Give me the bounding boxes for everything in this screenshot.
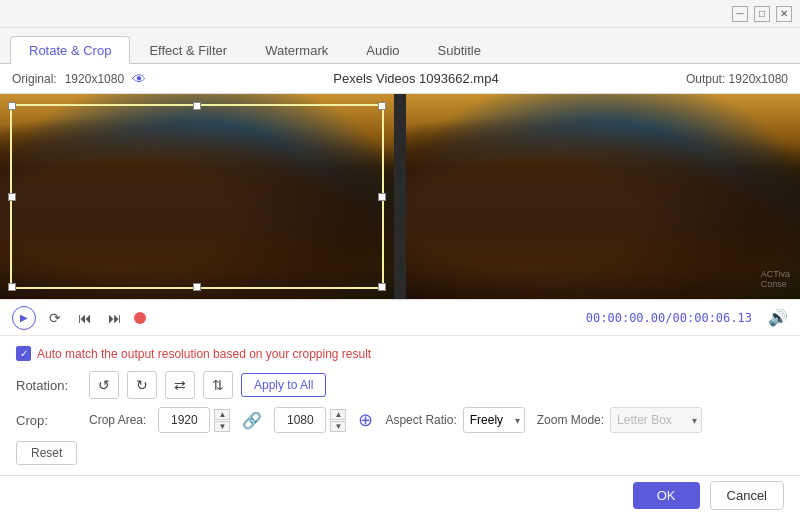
crop-width-input[interactable] [158, 407, 210, 433]
eye-icon[interactable]: 👁 [132, 71, 146, 87]
crop-height-down[interactable]: ▼ [330, 421, 346, 432]
link-dimensions-icon[interactable]: 🔗 [242, 411, 262, 430]
rotate-left-icon: ↺ [98, 377, 110, 393]
zoom-mode-group: Zoom Mode: Letter Box Pan & Scan Full [537, 407, 702, 433]
record-button[interactable] [134, 312, 146, 324]
video-info-left: Original: 1920x1080 👁 [12, 71, 146, 87]
video-output: Output: 1920x1080 [686, 72, 788, 86]
scene-overlay-right [406, 94, 800, 299]
rotate-left-button[interactable]: ↺ [89, 371, 119, 399]
watermark-text: ACTivaConse [761, 269, 790, 289]
flip-horizontal-button[interactable]: ⇄ [165, 371, 195, 399]
original-resolution: 1920x1080 [65, 72, 124, 86]
tab-watermark[interactable]: Watermark [246, 36, 347, 64]
aspect-ratio-label: Aspect Ratio: [385, 413, 456, 427]
crop-label: Crop: [16, 413, 81, 428]
reset-row: Reset [16, 441, 784, 465]
crop-area-label: Crop Area: [89, 413, 146, 427]
crop-handle-tl[interactable] [8, 102, 16, 110]
original-label: Original: [12, 72, 57, 86]
crop-width-spinners: ▲ ▼ [214, 409, 230, 432]
tab-rotate-crop[interactable]: Rotate & Crop [10, 36, 130, 64]
crop-handle-ml[interactable] [8, 193, 16, 201]
loop-button[interactable]: ⟳ [44, 307, 66, 329]
zoom-mode-select-wrapper: Letter Box Pan & Scan Full [610, 407, 702, 433]
time-current: 00:00:00.00 [586, 311, 665, 325]
title-bar-buttons: ─ □ ✕ [732, 6, 792, 22]
crop-handle-bl[interactable] [8, 283, 16, 291]
next-icon: ⏭ [108, 310, 122, 326]
output-label: Output: [686, 72, 725, 86]
volume-button[interactable]: 🔊 [768, 308, 788, 327]
crop-controls: Crop Area: ▲ ▼ 🔗 ▲ ▼ ⊕ Aspect Ratio: [89, 407, 702, 433]
bottom-bar: OK Cancel [0, 475, 800, 515]
tab-audio[interactable]: Audio [347, 36, 418, 64]
tabs-bar: Rotate & Crop Effect & Filter Watermark … [0, 28, 800, 64]
crop-height-group: ▲ ▼ [274, 407, 346, 433]
crop-height-up[interactable]: ▲ [330, 409, 346, 420]
tab-effect-filter[interactable]: Effect & Filter [130, 36, 246, 64]
crop-height-spinners: ▲ ▼ [330, 409, 346, 432]
time-display: 00:00:00.00/00:00:06.13 [154, 311, 752, 325]
auto-match-label: Auto match the output resolution based o… [37, 347, 371, 361]
crop-handle-br[interactable] [378, 283, 386, 291]
crop-row: Crop: Crop Area: ▲ ▼ 🔗 ▲ ▼ ⊕ Aspect Ra [16, 407, 784, 433]
video-info-bar: Original: 1920x1080 👁 Pexels Videos 1093… [0, 64, 800, 94]
rotation-label: Rotation: [16, 378, 81, 393]
rotate-right-button[interactable]: ↻ [127, 371, 157, 399]
crop-handle-mr[interactable] [378, 193, 386, 201]
cancel-button[interactable]: Cancel [710, 481, 784, 510]
preview-area: ACTivaConse [0, 94, 800, 299]
apply-to-all-button[interactable]: Apply to All [241, 373, 326, 397]
output-resolution: 1920x1080 [729, 72, 788, 86]
ok-button[interactable]: OK [633, 482, 700, 509]
crop-frame[interactable] [10, 104, 384, 289]
auto-match-row: Auto match the output resolution based o… [16, 346, 784, 361]
auto-match-checkbox[interactable] [16, 346, 31, 361]
preview-divider [394, 94, 406, 299]
prev-icon: ⏮ [78, 310, 92, 326]
close-button[interactable]: ✕ [776, 6, 792, 22]
crop-width-group: ▲ ▼ [158, 407, 230, 433]
crop-height-input[interactable] [274, 407, 326, 433]
reset-button[interactable]: Reset [16, 441, 77, 465]
next-frame-button[interactable]: ⏭ [104, 307, 126, 329]
minimize-button[interactable]: ─ [732, 6, 748, 22]
controls-bar: ▶ ⟳ ⏮ ⏭ 00:00:00.00/00:00:06.13 🔊 [0, 299, 800, 335]
zoom-mode-select: Letter Box Pan & Scan Full [610, 407, 702, 433]
aspect-ratio-select-wrapper: Freely 16:9 4:3 1:1 9:16 [463, 407, 525, 433]
title-bar: ─ □ ✕ [0, 0, 800, 28]
flip-v-icon: ⇅ [212, 377, 224, 393]
zoom-mode-label: Zoom Mode: [537, 413, 604, 427]
loop-icon: ⟳ [49, 310, 61, 326]
crop-width-up[interactable]: ▲ [214, 409, 230, 420]
maximize-button[interactable]: □ [754, 6, 770, 22]
tab-subtitle[interactable]: Subtitle [419, 36, 500, 64]
aspect-ratio-select[interactable]: Freely 16:9 4:3 1:1 9:16 [463, 407, 525, 433]
rotate-right-icon: ↻ [136, 377, 148, 393]
options-area: Auto match the output resolution based o… [0, 335, 800, 475]
play-button[interactable]: ▶ [12, 306, 36, 330]
video-filename: Pexels Videos 1093662.mp4 [146, 71, 686, 86]
preview-right: ACTivaConse [406, 94, 800, 299]
crop-handle-tr[interactable] [378, 102, 386, 110]
center-crop-icon[interactable]: ⊕ [358, 409, 373, 431]
time-total: 00:00:06.13 [673, 311, 752, 325]
flip-h-icon: ⇄ [174, 377, 186, 393]
prev-frame-button[interactable]: ⏮ [74, 307, 96, 329]
play-icon: ▶ [20, 312, 28, 323]
flip-vertical-button[interactable]: ⇅ [203, 371, 233, 399]
aspect-ratio-group: Aspect Ratio: Freely 16:9 4:3 1:1 9:16 [385, 407, 524, 433]
crop-handle-tc[interactable] [193, 102, 201, 110]
crop-width-down[interactable]: ▼ [214, 421, 230, 432]
preview-left [0, 94, 394, 299]
rotation-row: Rotation: ↺ ↻ ⇄ ⇅ Apply to All [16, 371, 784, 399]
crop-handle-bc[interactable] [193, 283, 201, 291]
